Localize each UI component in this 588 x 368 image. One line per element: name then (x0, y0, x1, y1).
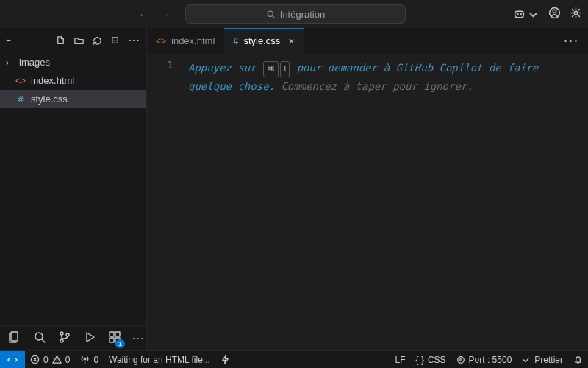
svg-rect-10 (11, 332, 18, 341)
file-tree: › images <> index.html # style.css (0, 53, 146, 325)
line-number: 1 (147, 59, 173, 71)
broadcast-icon (456, 355, 465, 364)
status-task[interactable]: Waiting for an HTML file... (104, 355, 215, 365)
file-label: style.css (31, 93, 68, 105)
svg-point-6 (553, 10, 556, 13)
svg-rect-17 (110, 332, 114, 336)
svg-rect-19 (110, 338, 114, 342)
live-server-button[interactable] (215, 355, 235, 364)
file-item-index-html[interactable]: <> index.html (0, 71, 146, 90)
svg-line-12 (42, 339, 45, 342)
nav-back-icon[interactable]: ← (138, 8, 149, 21)
search-view-button[interactable] (32, 330, 47, 347)
explorer-label: E (6, 36, 12, 45)
person-icon (548, 7, 561, 19)
extensions-button[interactable]: 1 (107, 330, 122, 347)
svg-rect-2 (515, 11, 524, 18)
gear-icon (570, 7, 582, 19)
chevron-right-icon: › (6, 57, 15, 68)
branch-icon (57, 330, 72, 344)
error-icon (30, 355, 40, 364)
ports-button[interactable]: 0 (75, 355, 104, 365)
radio-tower-icon (80, 355, 90, 364)
file-item-style-css[interactable]: # style.css (0, 90, 146, 108)
source-control-button[interactable] (57, 330, 72, 347)
run-debug-button[interactable] (82, 330, 97, 347)
warning-icon (52, 355, 62, 364)
files-icon (7, 330, 22, 344)
eol-button[interactable]: LF (390, 355, 411, 365)
copilot-button[interactable] (513, 8, 539, 21)
search-icon (266, 10, 276, 19)
zap-icon (220, 355, 230, 364)
title-bar: ← → Intégration (0, 0, 588, 28)
svg-rect-18 (115, 332, 120, 336)
svg-line-1 (273, 15, 274, 17)
svg-point-29 (457, 356, 464, 363)
settings-button[interactable] (570, 7, 582, 21)
formatter-button[interactable]: Prettier (517, 355, 568, 365)
status-bar: 0 0 0 Waiting for an HTML file... LF { }… (0, 350, 588, 368)
search-placeholder: Intégration (280, 9, 325, 20)
sidebar: E ··· › images <> index.html # style.css (0, 28, 147, 350)
svg-point-0 (268, 11, 273, 16)
check-icon (522, 355, 531, 364)
problems-button[interactable]: 0 0 (25, 355, 75, 365)
refresh-icon[interactable] (92, 35, 103, 46)
explorer-header: E ··· (0, 28, 146, 53)
editor-group: <> index.html # style.css × ··· 1 Appuye… (147, 28, 588, 350)
file-label: index.html (31, 75, 74, 86)
notifications-button[interactable] (568, 355, 588, 364)
close-tab-icon[interactable]: × (288, 35, 294, 47)
remote-icon (7, 355, 18, 365)
language-mode-button[interactable]: { } CSS (411, 355, 451, 365)
search-icon (32, 330, 47, 344)
tab-style-css[interactable]: # style.css × (224, 28, 304, 54)
editor-content[interactable]: Appuyez sur ⌘I pour demander à GitHub Co… (188, 54, 588, 350)
copilot-icon (513, 8, 526, 21)
braces-icon: { } (416, 355, 424, 365)
command-center-search[interactable]: Intégration (185, 4, 406, 24)
port-status-button[interactable]: Port : 5500 (451, 355, 517, 365)
html-file-icon: <> (156, 36, 166, 46)
nav-forward-icon[interactable]: → (159, 8, 171, 21)
copilot-hint-gray: Commencez à taper pour ignorer. (281, 80, 473, 92)
bell-icon (573, 355, 583, 364)
css-file-icon: # (15, 93, 26, 105)
svg-marker-16 (87, 333, 94, 342)
svg-marker-27 (223, 355, 228, 364)
svg-point-11 (35, 333, 43, 340)
new-file-icon[interactable] (55, 35, 66, 46)
tab-bar: <> index.html # style.css × ··· (147, 28, 588, 54)
svg-point-26 (84, 358, 86, 360)
tab-label: index.html (171, 35, 215, 46)
collapse-all-icon[interactable] (110, 35, 121, 46)
html-file-icon: <> (15, 76, 26, 86)
chevron-down-icon (527, 8, 539, 21)
text-editor[interactable]: 1 Appuyez sur ⌘I pour demander à GitHub … (147, 54, 588, 350)
kbd-i-icon: I (280, 61, 290, 77)
explorer-more-icon[interactable]: ··· (129, 34, 140, 47)
tab-label: style.css (244, 35, 281, 46)
debug-icon (82, 330, 97, 344)
error-count: 0 (43, 355, 49, 365)
activity-more-icon[interactable]: ··· (132, 332, 144, 345)
svg-point-28 (459, 358, 462, 361)
explorer-view-button[interactable] (7, 330, 22, 347)
accounts-button[interactable] (548, 7, 561, 21)
folder-item-images[interactable]: › images (0, 53, 146, 71)
ports-count: 0 (93, 355, 98, 365)
svg-point-3 (517, 13, 518, 14)
tab-actions-more[interactable]: ··· (555, 28, 588, 54)
svg-point-7 (574, 11, 578, 15)
new-folder-icon[interactable] (74, 35, 85, 46)
line-number-gutter: 1 (147, 54, 188, 350)
warning-count: 0 (65, 355, 71, 365)
remote-button[interactable] (0, 351, 25, 368)
folder-label: images (19, 57, 50, 68)
kbd-cmd-icon: ⌘ (263, 61, 279, 77)
tab-index-html[interactable]: <> index.html (147, 28, 224, 54)
extensions-badge: 1 (115, 339, 125, 348)
activity-bar: 1 ··· (0, 325, 146, 350)
copilot-hint-blue: Appuyez sur (188, 62, 262, 74)
